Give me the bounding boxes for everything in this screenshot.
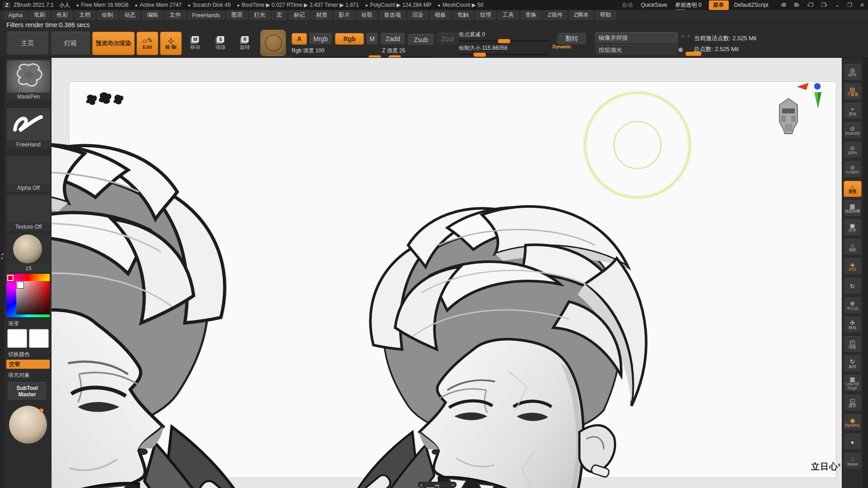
document-canvas[interactable]: 立日心6 ◂ ▬ ▸ <box>52 58 842 488</box>
ghost-refresh-button[interactable]: ↻ <box>844 278 862 294</box>
transparent-button[interactable]: ◱透明 <box>844 395 862 411</box>
menu-item-FreeHands[interactable]: FreeHands <box>188 11 225 19</box>
zsub-mode-button[interactable]: Zsub <box>407 34 434 46</box>
menu-item-灯光[interactable]: 灯光 <box>250 10 270 20</box>
move-3d-button[interactable]: ✣移动 <box>844 317 862 333</box>
perspective-button[interactable]: △透视 <box>844 181 862 197</box>
polyframe-button[interactable]: ▦Line Fill PolyF <box>844 375 862 392</box>
center-pivot-button[interactable]: ⊕中心点 <box>844 297 862 314</box>
menu-item-工具[interactable]: 工具 <box>498 10 519 20</box>
rgb-intensity-slider[interactable]: Rgb 强度 100 <box>292 46 377 58</box>
menu-item-Alpha[interactable]: Alpha <box>4 11 27 19</box>
a-mode-button[interactable]: A <box>292 33 307 45</box>
z-intensity-slider[interactable]: Z 强度 25 <box>382 46 433 58</box>
menu-item-编辑[interactable]: 编辑 <box>142 10 163 20</box>
left-edge-strip[interactable]: ◄► <box>0 58 5 488</box>
right-edge-strip[interactable] <box>863 58 868 488</box>
current-material-tile[interactable] <box>260 30 286 56</box>
menu-item-模板[interactable]: 模板 <box>430 10 451 20</box>
menu-item-渲染[interactable]: 渲染 <box>408 10 428 20</box>
scroll-left-icon[interactable]: ◂ <box>420 483 422 487</box>
scroll-canvas-button[interactable]: +滚动 <box>844 103 862 119</box>
close-window-icon[interactable]: ✕ <box>860 2 864 8</box>
restore-window-icon[interactable]: ❐ <box>847 2 852 8</box>
knob-button[interactable]: ● <box>844 434 862 450</box>
menu-item-首选项[interactable]: 首选项 <box>379 10 406 20</box>
fill-object-label[interactable]: 填充对象 <box>8 371 30 379</box>
ui-opacity-slider[interactable]: 界面透明 0 <box>675 1 702 9</box>
menu-item-标记[interactable]: 标记 <box>289 10 309 20</box>
m-mode-button[interactable]: M <box>366 33 378 45</box>
dynamic-persp-button[interactable]: ◉Dynamic <box>844 414 862 431</box>
flip-button[interactable]: 翻转 <box>557 33 587 45</box>
tray-left-toggle-icon[interactable]: ‹ǀǀǀǀ <box>781 2 786 8</box>
menu-item-色彩[interactable]: 色彩 <box>52 10 72 20</box>
menu-item-纹理[interactable]: 纹理 <box>476 10 496 20</box>
mirror-and-weld-button[interactable]: 镜像并焊接 <box>594 32 679 44</box>
xpose-button[interactable]: ∴Xpose <box>844 453 862 469</box>
current-brush-tile[interactable]: MaskPen <box>6 60 51 101</box>
spix-subpixel-button[interactable]: ▤子像素 <box>844 84 862 100</box>
symmetry-xyz-button[interactable]: ◈XYZ <box>844 258 862 275</box>
focal-shift-slider[interactable]: 焦点衰减 0 <box>459 30 549 42</box>
color-picker-hue-square[interactable] <box>6 274 50 317</box>
subtool-master-button[interactable]: SubToolMaster <box>7 382 47 400</box>
menu-item-帮助[interactable]: 帮助 <box>595 10 616 20</box>
menu-item-绘制[interactable]: 绘制 <box>97 10 118 20</box>
zcut-mode-button[interactable]: Zcut <box>436 33 459 45</box>
polish-by-group-slider[interactable]: 按组抛光 <box>594 45 679 56</box>
menu-item-材质[interactable]: 材质 <box>311 10 332 20</box>
menu-item-图层[interactable]: 图层 <box>227 10 247 20</box>
rgb-mode-button[interactable]: Rgb <box>335 33 364 45</box>
align-button[interactable]: ▣对齐 <box>844 220 862 236</box>
rotate-mode-button[interactable]: R 旋转 <box>234 32 256 55</box>
scale-mode-button[interactable]: S 缩放 <box>210 32 231 55</box>
nav-gizmo[interactable] <box>796 82 821 108</box>
menu-item-变换[interactable]: 变换 <box>521 10 541 20</box>
menu-item-拾取[interactable]: 拾取 <box>357 10 377 20</box>
camera-view-head-icon[interactable] <box>779 99 797 134</box>
menu-item-笔刷[interactable]: 笔刷 <box>29 10 50 20</box>
main-color-swatch[interactable] <box>7 329 27 348</box>
bottom-material-sphere[interactable] <box>9 406 47 444</box>
polish-group-toggle-dot[interactable] <box>678 47 683 52</box>
aa-half-button[interactable]: ⊙AA50% <box>844 161 862 178</box>
secondary-color-swatch[interactable] <box>29 329 49 348</box>
focal-shift-nub[interactable] <box>498 39 510 43</box>
tray-collapse-arrows-icon[interactable]: ◄► <box>0 252 4 260</box>
divider-right-toggle-icon[interactable]: ❐› <box>821 2 827 8</box>
quicksave-button[interactable]: QuickSave <box>641 2 667 8</box>
color-picker-sv-square[interactable] <box>16 281 50 314</box>
tray-right-toggle-icon[interactable]: ǀǀǀǀ› <box>794 2 799 8</box>
draw-size-slider[interactable]: 绘制大小 115.86058 <box>459 43 549 55</box>
menu-item-笔触[interactable]: 笔触 <box>453 10 473 20</box>
rotate-3d-button[interactable]: ↻旋转 <box>844 356 862 372</box>
divider-left-toggle-icon[interactable]: ‹❐ <box>807 2 813 8</box>
menu-item-文件[interactable]: 文件 <box>165 10 185 20</box>
bpr-render-button[interactable]: ◎BPR <box>844 64 862 80</box>
current-stroke-tile[interactable]: FreeHand <box>6 108 51 149</box>
alternate-button[interactable]: 交替 <box>6 360 50 369</box>
menu-item-影片[interactable]: 影片 <box>334 10 354 20</box>
current-alpha-tile[interactable]: Alpha Off <box>6 155 51 192</box>
home-button[interactable]: 主页 <box>6 32 49 55</box>
draw-size-nub[interactable] <box>473 52 486 57</box>
sv-marker[interactable] <box>17 282 24 288</box>
minimize-window-icon[interactable]: ⌄ <box>835 2 839 8</box>
mrgb-mode-button[interactable]: Mrgb <box>309 33 332 45</box>
current-texture-tile[interactable]: Texture Off <box>6 194 51 231</box>
floor-grid-button[interactable]: ▦地面格栅 <box>844 200 862 216</box>
scroll-right-icon[interactable]: ▸ <box>452 483 454 487</box>
menu-item-文档[interactable]: 文档 <box>75 10 95 20</box>
actual-size-button[interactable]: ⊙100% <box>844 142 862 158</box>
canvas-horizontal-scrollbar[interactable]: ◂ ▬ ▸ <box>418 482 457 488</box>
menu-item-Z插件[interactable]: Z插件 <box>543 10 567 20</box>
menu-item-动态[interactable]: 动态 <box>120 10 140 20</box>
menu-item-Z脚本[interactable]: Z脚本 <box>569 10 593 20</box>
lightbox-button[interactable]: 灯箱 <box>51 32 90 55</box>
scale-3d-button[interactable]: ◰缩放 <box>844 336 862 352</box>
preview-bpr-button[interactable]: 预览布尔渲染 <box>92 32 135 55</box>
menu-button[interactable]: 菜单 <box>709 0 729 10</box>
move-mode-button[interactable]: M 移动 <box>184 32 206 55</box>
draw-mode-button[interactable]: -¦- 绘 制 <box>160 32 182 55</box>
